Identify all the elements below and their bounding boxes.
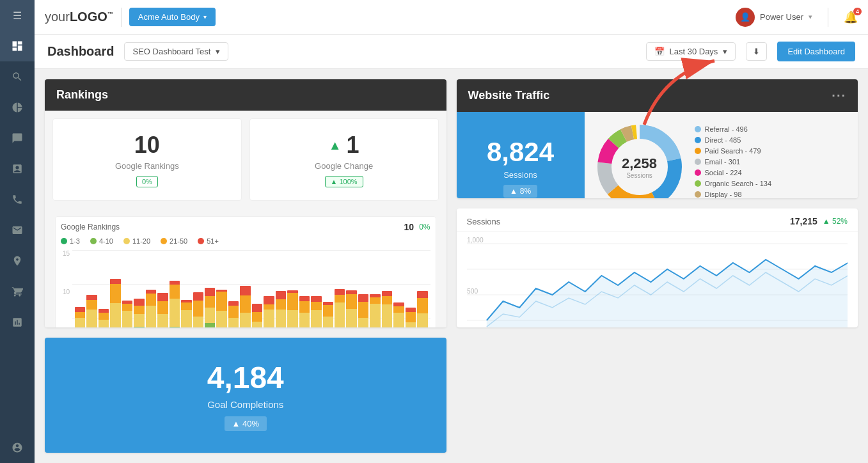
bar-segment: [358, 294, 368, 302]
export-button[interactable]: ⬇: [746, 42, 767, 61]
edit-dashboard-button[interactable]: Edit Dashboard: [777, 42, 855, 61]
bar-segment: [193, 292, 203, 301]
bar-segment: [228, 318, 239, 327]
svg-text:1,000: 1,000: [467, 237, 484, 244]
org-selector[interactable]: Acme Auto Body ▾: [129, 8, 216, 26]
bar-segment: [205, 308, 215, 323]
sub-header: Dashboard SEO Dashboard Test ▾ 📅 Last 30…: [35, 35, 868, 69]
bar-group: [370, 250, 380, 327]
bar-group: [122, 250, 132, 327]
logo-area: yourLOGO™ Acme Auto Body ▾: [45, 8, 216, 27]
bar-group: [287, 250, 297, 327]
goal-label: Goal Completions: [207, 399, 283, 410]
bar-segment: [170, 299, 180, 327]
sidebar-toggle[interactable]: ☰: [0, 0, 35, 31]
bar-group: [170, 250, 180, 327]
legend-1-3: 1-3: [61, 237, 80, 245]
bar-segment: [264, 310, 274, 327]
bar-segment: [346, 294, 356, 309]
sidebar-item-search[interactable]: [0, 61, 35, 92]
legend-referral: Referral - 496: [695, 125, 848, 133]
dot-display: [695, 191, 701, 198]
sessions-chart-header: Sessions 17,215 ▲ 52%: [457, 208, 858, 232]
bar-segment: [393, 313, 404, 327]
dashboard-selector[interactable]: SEO Dashboard Test ▾: [124, 42, 228, 61]
sidebar-item-location[interactable]: [0, 246, 35, 276]
sessions-label: Sessions: [503, 170, 537, 180]
bar-group: [417, 250, 427, 327]
chart-count: 10: [404, 222, 414, 232]
sidebar-item-chat[interactable]: [0, 123, 35, 153]
bar-segment: [311, 296, 321, 302]
bar-segment: [122, 304, 132, 311]
bar-segment: [240, 286, 250, 295]
top-navigation: yourLOGO™ Acme Auto Body ▾ 👤 Power User …: [35, 0, 868, 35]
bar-segment: [252, 312, 262, 322]
notification-bell[interactable]: 🔔 4: [844, 10, 858, 24]
bar-segment: [228, 301, 239, 306]
sessions-blue-card: 8,824 Sessions ▲ 8%: [457, 112, 585, 198]
rankings-widget: Rankings 10 Google Rankings 0% ▲ 1 Googl…: [45, 79, 446, 327]
export-icon: ⬇: [753, 47, 760, 56]
sidebar-item-pie[interactable]: [0, 92, 35, 123]
change-arrow: ▲: [329, 138, 342, 153]
legend-email: Email - 301: [695, 158, 848, 166]
bar-segment: [86, 310, 97, 327]
bar-segment: [110, 279, 120, 284]
page-title: Dashboard: [47, 44, 114, 59]
bar-segment: [382, 304, 392, 327]
bar-segment: [205, 296, 215, 308]
bar-segment: [134, 327, 144, 327]
bar-segment: [299, 313, 310, 327]
bar-group: [216, 250, 226, 327]
bar-group: [311, 250, 321, 327]
sidebar-item-mail[interactable]: [0, 215, 35, 246]
sessions-change: 8%: [520, 187, 531, 196]
bar-segment: [276, 299, 286, 310]
bar-segment: [86, 295, 97, 300]
traffic-top: 8,824 Sessions ▲ 8%: [457, 112, 858, 198]
legend-51plus: 51+: [198, 237, 219, 245]
bar-segment: [157, 301, 168, 314]
user-area[interactable]: 👤 Power User ▾: [736, 8, 812, 27]
sidebar-item-phone[interactable]: [0, 184, 35, 215]
google-rankings-value: 10: [63, 132, 231, 159]
bar-segment: [287, 310, 297, 327]
traffic-header: Website Traffic ···: [457, 79, 858, 112]
bar-group: [75, 250, 85, 327]
user-name: Power User: [760, 12, 803, 22]
sessions-chart-change: ▲ 52%: [823, 217, 848, 226]
bar-group: [276, 250, 286, 327]
user-chevron: ▾: [809, 13, 812, 21]
bar-segment: [170, 327, 180, 327]
sidebar-item-dashboard[interactable]: [0, 31, 35, 61]
widget-menu-traffic[interactable]: ···: [832, 88, 846, 103]
google-change-badge: ▲ 100%: [325, 176, 363, 187]
sidebar-item-reports[interactable]: [0, 153, 35, 184]
bar-group: [193, 250, 203, 327]
chart-legend: 1-3 4-10 11-20 21-50: [61, 237, 430, 245]
bar-segment: [122, 311, 132, 327]
google-change-card: ▲ 1 Google Change ▲ 100%: [249, 118, 439, 201]
rankings-chart-section: Google Rankings 10 0% 1-3 4: [45, 208, 446, 327]
bar-group: [264, 250, 274, 327]
bar-segment: [86, 300, 97, 310]
bar-segment: [75, 307, 85, 312]
bar-group: [240, 250, 250, 327]
bar-segment: [393, 306, 404, 313]
bar-segment: [370, 304, 380, 327]
bar-group: [252, 250, 262, 327]
date-range-button[interactable]: 📅 Last 30 Days ▾: [646, 42, 736, 61]
bar-segment: [370, 297, 380, 304]
bar-segment: [406, 322, 416, 327]
legend-dot-11-20: [123, 238, 130, 244]
bar-segment: [323, 305, 333, 317]
sidebar-item-cart[interactable]: [0, 276, 35, 307]
sidebar-item-analytics[interactable]: [0, 307, 35, 338]
bar-segment: [264, 296, 274, 304]
org-name: Acme Auto Body: [138, 12, 200, 22]
legend-display: Display - 98: [695, 191, 848, 198]
google-rankings-card: 10 Google Rankings 0%: [52, 118, 242, 201]
org-chevron: ▾: [203, 13, 207, 20]
sidebar-item-user[interactable]: [0, 432, 35, 463]
